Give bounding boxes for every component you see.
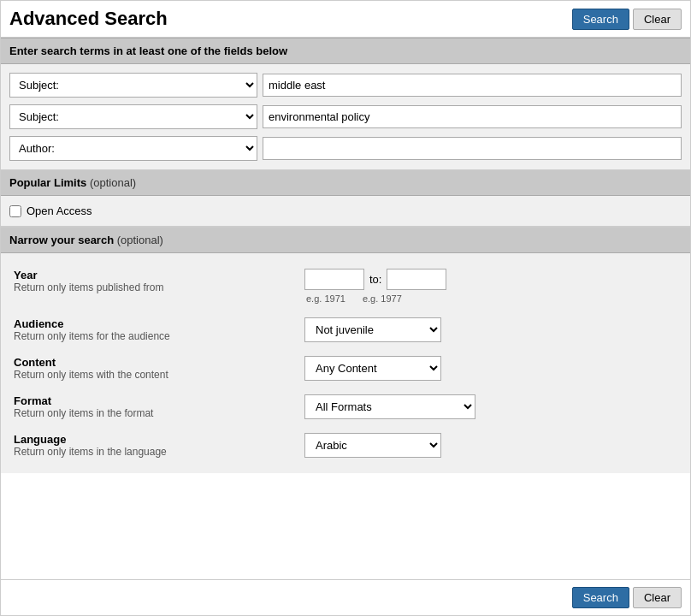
field-select-3[interactable]: Subject: Author: Title: Keyword: [9, 136, 257, 161]
popular-limits-body: Open Access [1, 196, 690, 226]
search-input-1[interactable] [263, 74, 682, 97]
open-access-checkbox[interactable] [9, 205, 21, 217]
field-select-2[interactable]: Subject: Author: Title: Keyword: [9, 104, 257, 129]
content-row: Content Return only items with the conte… [14, 349, 677, 388]
content-select[interactable]: Any Content Fiction Non-Fiction Biograph… [304, 356, 441, 381]
popular-limits-title: Popular Limits [9, 176, 86, 189]
popular-limits-optional: (optional) [86, 176, 136, 189]
narrow-section: Narrow your search (optional) Year Retur… [1, 227, 690, 473]
top-search-button[interactable]: Search [572, 9, 629, 30]
language-select[interactable]: Arabic English French German Spanish Chi… [304, 433, 441, 458]
popular-limits-header: Popular Limits (optional) [1, 170, 690, 196]
narrow-body: Year Return only items published from to… [1, 253, 690, 473]
audience-select[interactable]: Not juvenile Juvenile Adult Any Audience [304, 317, 441, 342]
bottom-bar: Search Clear [1, 579, 690, 615]
year-label: Year [14, 269, 304, 281]
language-label: Language [14, 433, 304, 446]
search-row-3: Subject: Author: Title: Keyword: [9, 136, 682, 161]
bottom-clear-button[interactable]: Clear [633, 587, 682, 608]
search-fields-header: Enter search terms in at least one of th… [1, 38, 690, 64]
page-wrapper: Advanced Search Search Clear Enter searc… [0, 0, 691, 616]
narrow-title: Narrow your search [9, 234, 114, 246]
format-select[interactable]: All Formats Book eBook Journal DVD Music… [304, 394, 475, 419]
year-to-example: e.g. 1977 [363, 293, 402, 304]
year-from-example: e.g. 1971 [306, 293, 346, 304]
field-select-1[interactable]: Subject: Author: Title: Keyword: [9, 73, 257, 98]
content-description: Return only items with the content [14, 369, 304, 381]
audience-label-col: Audience Return only items for the audie… [14, 317, 304, 342]
audience-label: Audience [14, 317, 304, 330]
content-control-col: Any Content Fiction Non-Fiction Biograph… [304, 356, 677, 381]
bottom-btn-group: Search Clear [572, 587, 682, 608]
format-label: Format [14, 394, 304, 407]
content-label: Content [14, 356, 304, 369]
search-fields-section: Enter search terms in at least one of th… [1, 38, 690, 170]
year-control-col: to: e.g. 1971 e.g. 1977 [304, 269, 677, 304]
year-label-col: Year Return only items published from [14, 269, 304, 293]
search-input-2[interactable] [263, 105, 682, 128]
format-label-col: Format Return only items in the format [14, 394, 304, 419]
top-btn-group: Search Clear [572, 9, 682, 30]
audience-row: Audience Return only items for the audie… [14, 311, 677, 349]
language-control-col: Arabic English French German Spanish Chi… [304, 433, 677, 458]
year-row: Year Return only items published from to… [14, 262, 677, 311]
open-access-label[interactable]: Open Access [27, 204, 92, 217]
year-description: Return only items published from [14, 281, 304, 293]
language-label-col: Language Return only items in the langua… [14, 433, 304, 458]
page-title: Advanced Search [9, 8, 168, 30]
top-clear-button[interactable]: Clear [633, 9, 682, 30]
search-row-1: Subject: Author: Title: Keyword: [9, 73, 682, 98]
audience-control-col: Not juvenile Juvenile Adult Any Audience [304, 317, 677, 342]
open-access-row: Open Access [9, 204, 682, 217]
format-row: Format Return only items in the format A… [14, 388, 677, 426]
year-inputs: to: [304, 269, 446, 290]
format-control-col: All Formats Book eBook Journal DVD Music… [304, 394, 677, 419]
year-examples: e.g. 1971 e.g. 1977 [304, 293, 402, 304]
year-to-label: to: [369, 273, 381, 286]
content-label-col: Content Return only items with the conte… [14, 356, 304, 381]
bottom-search-button[interactable]: Search [572, 587, 629, 608]
popular-limits-section: Popular Limits (optional) Open Access [1, 170, 690, 227]
language-row: Language Return only items in the langua… [14, 426, 677, 465]
search-row-2: Subject: Author: Title: Keyword: [9, 104, 682, 129]
top-bar: Advanced Search Search Clear [1, 1, 690, 38]
search-fields-body: Subject: Author: Title: Keyword: Subject… [1, 64, 690, 170]
year-to-input[interactable] [387, 269, 446, 290]
year-from-input[interactable] [304, 269, 364, 290]
audience-description: Return only items for the audience [14, 330, 304, 342]
search-input-3[interactable] [263, 137, 682, 160]
narrow-optional: (optional) [114, 234, 163, 246]
language-description: Return only items in the language [14, 446, 304, 458]
format-description: Return only items in the format [14, 407, 304, 419]
narrow-header: Narrow your search (optional) [1, 228, 690, 253]
